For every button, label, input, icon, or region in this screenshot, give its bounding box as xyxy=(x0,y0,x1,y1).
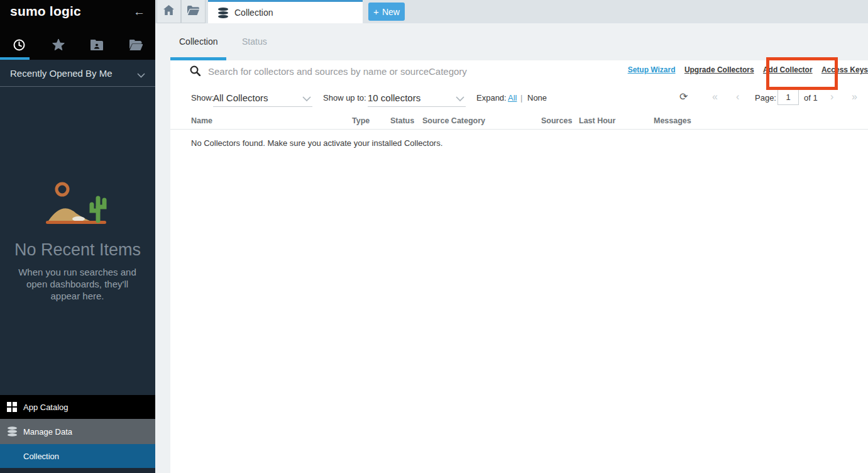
chevron-down-icon xyxy=(302,94,311,104)
column-header-messages: Messages xyxy=(654,116,691,125)
subtab-bar: Collection Status xyxy=(155,23,868,60)
empty-state-message: No Collectors found. Make sure you activ… xyxy=(191,138,442,148)
setup-wizard-link[interactable]: Setup Wizard xyxy=(628,65,676,74)
folder-tab-button[interactable] xyxy=(181,0,206,23)
no-recent-items-message: When you run searches and open dashboard… xyxy=(14,266,140,302)
sidebar-item-collection[interactable]: Collection xyxy=(0,444,155,468)
sidebar-bottom-strip xyxy=(0,468,155,473)
sidebar-tab-favorites[interactable] xyxy=(39,32,78,60)
main-area: Collection + New Collection Status Setup… xyxy=(155,0,868,473)
chevron-down-icon xyxy=(137,69,145,81)
column-header-last-hour: Last Hour xyxy=(579,116,615,125)
page-number-input[interactable] xyxy=(777,89,799,105)
chevron-down-icon xyxy=(456,94,464,104)
database-icon xyxy=(217,8,229,18)
subtab-collection[interactable]: Collection xyxy=(170,23,226,60)
database-icon xyxy=(6,426,18,437)
new-button[interactable]: + New xyxy=(368,3,405,21)
collection-tab[interactable]: Collection xyxy=(208,0,363,23)
plus-icon: + xyxy=(373,6,379,17)
search-input[interactable] xyxy=(208,63,598,79)
sidebar-tab-library[interactable] xyxy=(116,32,155,60)
recently-opened-label: Recently Opened By Me xyxy=(10,68,113,79)
show-label: Show: xyxy=(191,93,214,103)
page-label: Page: xyxy=(755,93,776,103)
open-folder-icon xyxy=(129,40,143,53)
filter-row: Show: All Collectors Show up to: 10 coll… xyxy=(170,88,868,108)
column-header-sources: Sources xyxy=(541,116,572,125)
folder-user-icon xyxy=(91,40,103,53)
separator: | xyxy=(520,93,522,103)
expand-label: Expand: xyxy=(476,93,507,103)
expand-all-link[interactable]: All xyxy=(508,93,517,103)
prev-page-icon[interactable]: ‹ xyxy=(736,91,739,103)
show-up-to-label: Show up to: xyxy=(323,93,366,103)
show-dropdown[interactable]: All Collectors xyxy=(213,88,312,107)
column-header-name: Name xyxy=(191,116,212,125)
sumo-logic-logo: sumo logic xyxy=(10,4,81,19)
desert-illustration xyxy=(0,179,155,231)
upgrade-collectors-link[interactable]: Upgrade Collectors xyxy=(684,65,754,74)
table-header-row: Name Type Status Source Category Sources… xyxy=(170,113,868,130)
recently-opened-dropdown[interactable]: Recently Opened By Me xyxy=(0,60,155,87)
sidebar-item-label: Manage Data xyxy=(23,427,72,437)
sidebar-header: sumo logic ← xyxy=(0,0,155,60)
column-header-source-category: Source Category xyxy=(422,116,485,125)
next-page-icon[interactable]: › xyxy=(830,91,833,103)
sidebar-nav-tabs xyxy=(0,32,155,60)
tab-label: Collection xyxy=(234,8,273,18)
sidebar-item-label: App Catalog xyxy=(23,403,69,412)
show-up-to-dropdown[interactable]: 10 collectors xyxy=(368,88,466,107)
sidebar-bottom-nav: App Catalog Manage Data Collection xyxy=(0,395,155,473)
sidebar-item-label: Collection xyxy=(23,452,59,461)
first-page-icon[interactable]: « xyxy=(712,91,718,103)
subtab-status[interactable]: Status xyxy=(233,23,276,60)
home-tab-button[interactable] xyxy=(157,0,181,23)
collection-panel: Setup Wizard Upgrade Collectors Add Coll… xyxy=(170,60,868,473)
column-header-status: Status xyxy=(390,116,414,125)
sidebar-tab-recents[interactable] xyxy=(0,32,39,60)
folder-icon xyxy=(187,6,199,18)
sidebar: sumo logic ← xyxy=(0,0,155,473)
page-of-label: of 1 xyxy=(804,93,818,103)
grid-icon xyxy=(6,402,18,412)
expand-none-link[interactable]: None xyxy=(527,93,547,103)
column-header-type: Type xyxy=(352,116,370,125)
home-icon xyxy=(163,5,174,18)
sidebar-tab-shared[interactable] xyxy=(78,32,117,60)
annotation-box xyxy=(766,57,838,90)
search-icon xyxy=(190,65,201,79)
collapse-sidebar-icon[interactable]: ← xyxy=(133,5,145,19)
refresh-icon[interactable]: ⟳ xyxy=(679,91,688,103)
sidebar-item-app-catalog[interactable]: App Catalog xyxy=(0,395,155,419)
no-recent-items-title: No Recent Items xyxy=(0,240,155,260)
last-page-icon[interactable]: » xyxy=(852,91,857,103)
star-icon xyxy=(52,39,65,53)
new-button-label: New xyxy=(382,7,400,17)
top-tab-bar: Collection + New xyxy=(155,0,868,23)
sidebar-item-manage-data[interactable]: Manage Data xyxy=(0,419,155,444)
show-dropdown-value: All Collectors xyxy=(213,92,268,103)
clock-icon xyxy=(13,39,25,53)
show-up-to-dropdown-value: 10 collectors xyxy=(368,92,420,103)
